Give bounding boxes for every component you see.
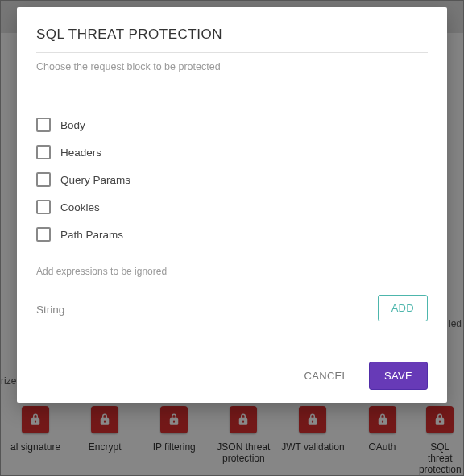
dialog-title: SQL THREAT PROTECTION — [36, 27, 428, 53]
dialog-actions: CANCEL SAVE — [36, 362, 428, 390]
checkbox-cookies[interactable]: Cookies — [36, 200, 428, 214]
expression-input-row: ADD — [36, 295, 428, 321]
checkbox-box[interactable] — [36, 118, 51, 132]
checkbox-body[interactable]: Body — [36, 118, 428, 132]
expression-input[interactable] — [36, 299, 363, 321]
sql-threat-dialog: SQL THREAT PROTECTION Choose the request… — [17, 7, 447, 403]
checkbox-box[interactable] — [36, 227, 51, 242]
checkbox-list: Body Headers Query Params Cookies Path P… — [36, 118, 428, 242]
save-button[interactable]: SAVE — [369, 362, 428, 390]
checkbox-box[interactable] — [36, 200, 51, 214]
checkbox-query-params[interactable]: Query Params — [36, 172, 428, 187]
dialog-subtitle: Choose the request block to be protected — [36, 61, 428, 72]
checkbox-box[interactable] — [36, 145, 51, 159]
checkbox-box[interactable] — [36, 172, 51, 187]
checkbox-label[interactable]: Query Params — [60, 174, 130, 186]
cancel-button[interactable]: CANCEL — [293, 362, 360, 390]
checkbox-headers[interactable]: Headers — [36, 145, 428, 159]
checkbox-label[interactable]: Path Params — [60, 229, 123, 241]
checkbox-label[interactable]: Headers — [60, 147, 102, 159]
add-button[interactable]: ADD — [378, 295, 428, 321]
ignore-expressions-label: Add expressions to be ignored — [36, 266, 428, 277]
checkbox-label[interactable]: Cookies — [60, 201, 100, 213]
checkbox-path-params[interactable]: Path Params — [36, 227, 428, 242]
checkbox-label[interactable]: Body — [60, 119, 85, 131]
